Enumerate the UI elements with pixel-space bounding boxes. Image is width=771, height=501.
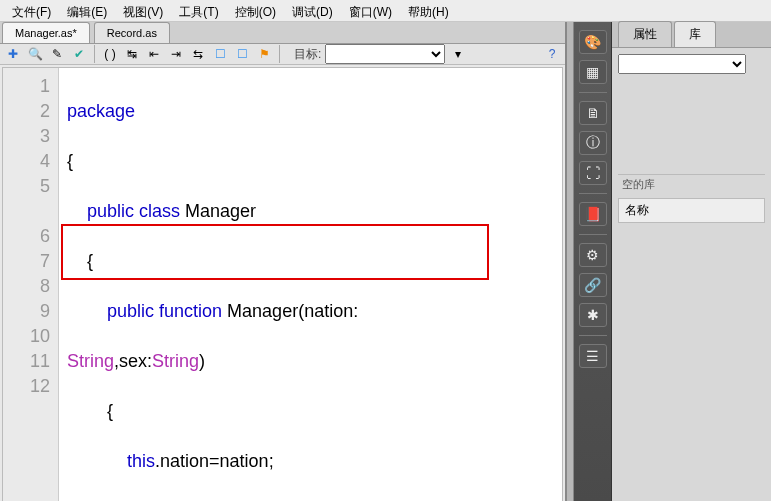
tool-palette: 🎨 ▦ 🗎 ⓘ ⛶ 📕 ⚙ 🔗 ✱ ☰ <box>574 22 612 501</box>
help-icon[interactable]: ? <box>543 45 561 63</box>
menu-view[interactable]: 视图(V) <box>115 2 171 19</box>
add-icon[interactable]: ✚ <box>4 45 22 63</box>
wand-icon[interactable]: ✎ <box>48 45 66 63</box>
target-label: 目标: <box>294 46 321 63</box>
menu-file[interactable]: 文件(F) <box>4 2 59 19</box>
tab-record-as[interactable]: Record.as <box>94 22 170 43</box>
tab-manager-as[interactable]: Manager.as* <box>2 22 90 43</box>
grid-icon[interactable]: ▦ <box>579 60 607 84</box>
outdent-right-icon[interactable]: ⇥ <box>167 45 185 63</box>
palette-icon[interactable]: 🎨 <box>579 30 607 54</box>
empty-library-label: 空的库 <box>618 174 765 194</box>
menu-debug[interactable]: 调试(D) <box>284 2 341 19</box>
menu-window[interactable]: 窗口(W) <box>341 2 400 19</box>
library-select[interactable] <box>618 54 746 74</box>
document-tabbar: Manager.as* Record.as <box>0 22 565 44</box>
uncomment-icon[interactable]: ☐ <box>233 45 251 63</box>
target-select[interactable] <box>325 44 445 64</box>
editor-toolbar: ✚ 🔍 ✎ ✔ ( ) ↹ ⇤ ⇥ ⇆ ☐ ☐ ⚑ 目标: ▾ ? <box>0 44 565 65</box>
menu-bar: 文件(F) 编辑(E) 视图(V) 工具(T) 控制(O) 调试(D) 窗口(W… <box>0 0 771 22</box>
menu-edit[interactable]: 编辑(E) <box>59 2 115 19</box>
library-icon[interactable]: 📕 <box>579 202 607 226</box>
check-icon[interactable]: ✔ <box>70 45 88 63</box>
menu-tools[interactable]: 工具(T) <box>171 2 226 19</box>
line-gutter: 123 45 678 91011 12 <box>3 68 59 501</box>
code-editor[interactable]: 123 45 678 91011 12 package { public cla… <box>2 67 563 501</box>
component-icon[interactable]: ⚙ <box>579 243 607 267</box>
menu-control[interactable]: 控制(O) <box>227 2 284 19</box>
separator <box>579 234 607 235</box>
chevron-down-icon[interactable]: ▾ <box>449 45 467 63</box>
indent-icon[interactable]: ↹ <box>123 45 141 63</box>
outdent-left-icon[interactable]: ⇤ <box>145 45 163 63</box>
tab-properties[interactable]: 属性 <box>618 21 672 47</box>
comment-icon[interactable]: ☐ <box>211 45 229 63</box>
separator <box>94 45 95 63</box>
panel-splitter[interactable] <box>566 22 574 501</box>
info-icon[interactable]: ⓘ <box>579 131 607 155</box>
separator <box>579 335 607 336</box>
stack-icon[interactable]: ☰ <box>579 344 607 368</box>
panel-tabs: 属性 库 <box>612 22 771 48</box>
code-area[interactable]: package { public class Manager { public … <box>59 68 562 501</box>
document-icon[interactable]: 🗎 <box>579 101 607 125</box>
separator <box>579 92 607 93</box>
side-panel: 属性 库 空的库 名称 <box>612 22 771 501</box>
menu-help[interactable]: 帮助(H) <box>400 2 457 19</box>
link-icon[interactable]: 🔗 <box>579 273 607 297</box>
separator <box>579 193 607 194</box>
search-icon[interactable]: 🔍 <box>26 45 44 63</box>
bone-icon[interactable]: ✱ <box>579 303 607 327</box>
crop-icon[interactable]: ⛶ <box>579 161 607 185</box>
separator <box>279 45 280 63</box>
brace-icon[interactable]: ( ) <box>101 45 119 63</box>
library-column-name[interactable]: 名称 <box>618 198 765 223</box>
expand-icon[interactable]: ⇆ <box>189 45 207 63</box>
tab-library[interactable]: 库 <box>674 21 716 47</box>
bookmark-icon[interactable]: ⚑ <box>255 45 273 63</box>
